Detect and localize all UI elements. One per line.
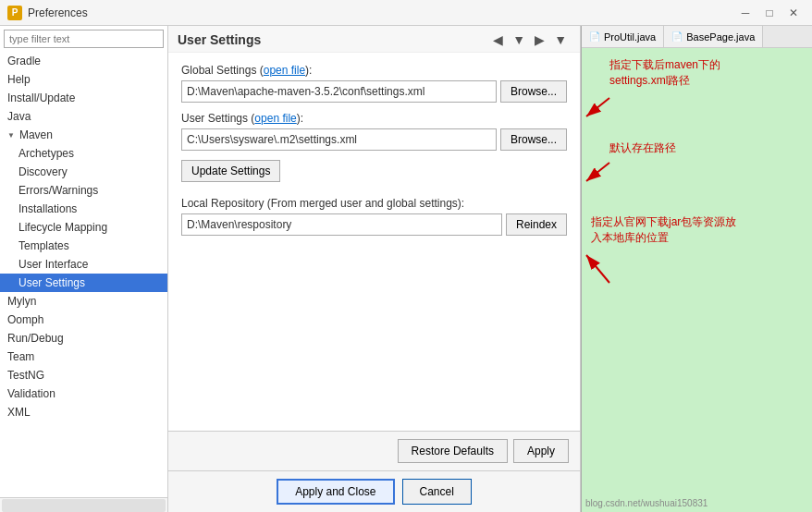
tree-item-templates[interactable]: Templates: [0, 237, 167, 255]
user-settings-browse-button[interactable]: Browse...: [500, 128, 567, 151]
dialog-bottom: Apply and Close Cancel: [168, 470, 580, 512]
tree-area: GradleHelpInstall/UpdateJavaMavenArchety…: [0, 52, 167, 497]
svg-line-2: [586, 163, 609, 181]
user-settings-link[interactable]: open file: [254, 112, 296, 125]
filter-input[interactable]: [4, 30, 164, 48]
update-settings-button[interactable]: Update Settings: [181, 160, 280, 182]
right-body: Global Settings (open file): Browse... U…: [168, 53, 580, 431]
left-panel: GradleHelpInstall/UpdateJavaMavenArchety…: [0, 26, 168, 512]
local-repo-row: Reindex: [181, 213, 567, 236]
svg-line-0: [586, 98, 609, 116]
tree-item-user-settings[interactable]: User Settings: [0, 274, 167, 292]
scroll-track: [2, 499, 166, 512]
tree-item-xml[interactable]: XML: [0, 403, 167, 421]
nav-buttons: ◀ ▼ ▶ ▼: [489, 31, 571, 48]
tab-bar: 📄 ProUtil.java 📄 BasePage.java: [582, 26, 812, 48]
main-content: GradleHelpInstall/UpdateJavaMavenArchety…: [0, 26, 812, 512]
tree-item-discovery[interactable]: Discovery: [0, 163, 167, 181]
java-file-icon: 📄: [589, 31, 600, 42]
global-settings-row: Browse...: [181, 80, 567, 103]
annotation-text-1: 指定下载后maven下的 settings.xml路径: [609, 57, 720, 89]
minimize-button[interactable]: ─: [734, 4, 757, 22]
tree-item-errors-warnings[interactable]: Errors/Warnings: [0, 181, 167, 200]
base-page-tab-label: BasePage.java: [686, 31, 755, 43]
maximize-button[interactable]: □: [758, 4, 781, 22]
user-settings-input[interactable]: [181, 128, 497, 151]
tree-item-testng[interactable]: TestNG: [0, 366, 167, 384]
dropdown-nav-button[interactable]: ▼: [509, 31, 529, 48]
app-icon: P: [7, 6, 22, 20]
tree-item-help[interactable]: Help: [0, 70, 167, 89]
svg-line-3: [586, 255, 609, 283]
global-settings-label: Global Settings (open file):: [181, 64, 567, 77]
user-settings-label: User Settings (open file):: [181, 112, 567, 125]
apply-close-button[interactable]: Apply and Close: [277, 479, 394, 505]
annotations-svg: [582, 70, 812, 512]
apply-button[interactable]: Apply: [513, 439, 569, 463]
annotation-panel: 📄 ProUtil.java 📄 BasePage.java: [581, 26, 812, 512]
panel-title: User Settings: [178, 32, 261, 47]
annotation-text-2: 默认存在路径: [609, 140, 676, 156]
base-page-tab[interactable]: 📄 BasePage.java: [664, 26, 763, 47]
window-title: Preferences: [28, 6, 88, 19]
tree-item-team[interactable]: Team: [0, 347, 167, 366]
annotation-text-3: 指定从官网下载jar包等资源放 入本地库的位置: [591, 214, 736, 246]
right-header: User Settings ◀ ▼ ▶ ▼: [168, 26, 580, 53]
right-panel: User Settings ◀ ▼ ▶ ▼ Global Settings (o…: [168, 26, 581, 512]
global-settings-link[interactable]: open file: [264, 64, 305, 77]
title-bar: P Preferences ─ □ ✕: [0, 0, 812, 26]
back-button[interactable]: ◀: [489, 31, 507, 48]
reindex-button[interactable]: Reindex: [506, 213, 567, 236]
more-button[interactable]: ▼: [550, 31, 571, 48]
tree-item-maven[interactable]: Maven: [0, 126, 167, 144]
cancel-button[interactable]: Cancel: [402, 479, 472, 505]
tree-item-validation[interactable]: Validation: [0, 384, 167, 403]
close-button[interactable]: ✕: [782, 4, 805, 22]
watermark: blog.csdn.net/wushuai150831: [585, 498, 707, 508]
local-repo-input[interactable]: [181, 213, 502, 236]
user-settings-row: Browse...: [181, 128, 567, 151]
window-controls: ─ □ ✕: [734, 4, 805, 22]
update-settings-row: Update Settings: [181, 160, 567, 182]
annotation-content: 指定下载后maven下的 settings.xml路径 默认存在路径 指定从官网…: [582, 48, 812, 512]
pro-util-tab[interactable]: 📄 ProUtil.java: [582, 26, 664, 47]
tree-item-mylyn[interactable]: Mylyn: [0, 292, 167, 311]
tree-item-gradle[interactable]: Gradle: [0, 52, 167, 70]
restore-defaults-button[interactable]: Restore Defaults: [398, 439, 508, 463]
tree-item-oomph[interactable]: Oomph: [0, 311, 167, 329]
pro-util-tab-label: ProUtil.java: [604, 31, 656, 43]
global-settings-input[interactable]: [181, 80, 497, 103]
tree-item-archetypes[interactable]: Archetypes: [0, 144, 167, 163]
forward-button[interactable]: ▶: [531, 31, 548, 48]
tree-item-java[interactable]: Java: [0, 107, 167, 126]
global-settings-browse-button[interactable]: Browse...: [500, 80, 567, 103]
title-bar-left: P Preferences: [7, 6, 88, 20]
tree-item-lifecycle-mapping[interactable]: Lifecycle Mapping: [0, 218, 167, 237]
bottom-bar: Restore Defaults Apply: [168, 431, 580, 470]
java-file-icon-2: 📄: [671, 31, 683, 42]
tree-item-user-interface[interactable]: User Interface: [0, 255, 167, 274]
tree-item-run-debug[interactable]: Run/Debug: [0, 329, 167, 347]
local-repo-label: Local Repository (From merged user and g…: [181, 197, 567, 210]
tree-item-install-update[interactable]: Install/Update: [0, 89, 167, 107]
tree-item-installations[interactable]: Installations: [0, 200, 167, 218]
horizontal-scrollbar[interactable]: [0, 497, 167, 512]
